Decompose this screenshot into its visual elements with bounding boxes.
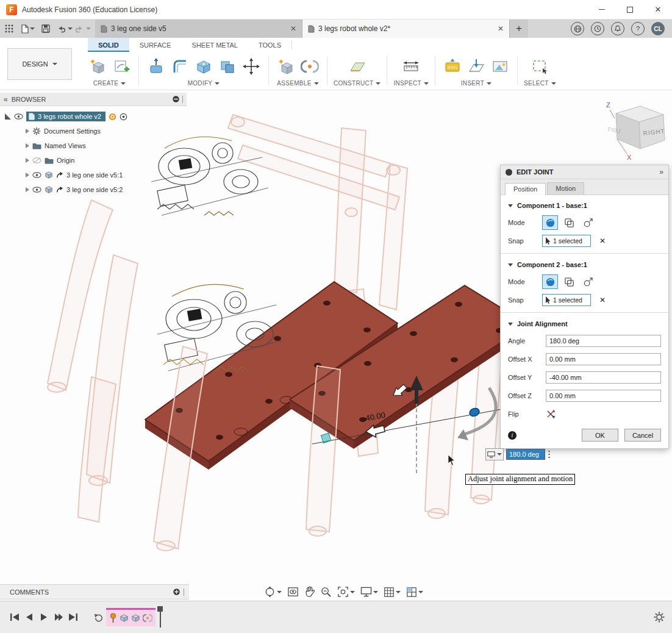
notifications-button[interactable] (611, 22, 624, 35)
redo-button[interactable] (73, 20, 91, 38)
undo-button[interactable] (55, 20, 73, 38)
activate-target-icon[interactable] (120, 113, 127, 121)
browser-item-origin[interactable]: Origin (0, 153, 187, 168)
construct-plane-button[interactable] (346, 55, 368, 78)
timeline-go-end-button[interactable] (66, 610, 80, 624)
zoom-button[interactable] (318, 586, 334, 598)
fillet-button[interactable] (169, 55, 191, 78)
section-component2[interactable]: Component 2 - base:1 (508, 257, 661, 273)
viewcube[interactable]: Z LEFT RIGHT X (600, 98, 668, 163)
section-component1[interactable]: Component 1 - base:1 (508, 198, 661, 213)
model-viewport[interactable]: -40.00 (0, 90, 672, 601)
timeline-step-forward-button[interactable] (51, 610, 66, 624)
profile-avatar[interactable]: CL (651, 22, 665, 35)
section-joint-alignment[interactable]: Joint Alignment (508, 316, 661, 332)
select-button[interactable] (529, 55, 551, 78)
timeline-go-start-button[interactable] (7, 610, 22, 624)
grid-settings-button[interactable] (382, 587, 402, 598)
dialog-expand-icon[interactable]: » (659, 168, 663, 176)
expand-arrow-icon[interactable] (26, 173, 29, 177)
document-tab-active[interactable]: 3 legs robot whole v2* ✕ (302, 20, 510, 38)
timeline-highlighted-range[interactable] (106, 608, 155, 626)
root-document-chip[interactable]: 3 legs robot whole v2 (26, 112, 105, 121)
display-settings-button[interactable] (359, 587, 380, 597)
timeline-step-back-button[interactable] (22, 610, 37, 624)
panel-resize-handle[interactable] (184, 588, 184, 596)
manipulator-display-toggle[interactable] (485, 448, 504, 460)
visibility-eye-icon[interactable] (32, 172, 41, 178)
modify-group-label[interactable]: MODIFY (188, 80, 220, 89)
angle-value-inline-input[interactable]: 180.0 deg (506, 449, 545, 460)
timeline-track[interactable] (90, 607, 163, 628)
expand-arrow-icon[interactable] (26, 187, 29, 192)
joint-feature-icon[interactable] (143, 613, 152, 623)
timeline-position-marker[interactable] (155, 608, 163, 626)
close-button[interactable]: ✕ (644, 0, 672, 19)
visibility-eye-icon[interactable] (14, 113, 23, 120)
ok-button[interactable]: OK (582, 429, 618, 442)
select-group-label[interactable]: SELECT (524, 80, 556, 89)
tab-motion[interactable]: Motion (547, 182, 584, 195)
expand-arrow-icon[interactable] (26, 143, 29, 148)
tab-close-icon[interactable]: ✕ (498, 24, 504, 33)
mode-between-faces-button[interactable] (561, 215, 577, 230)
browser-item-component-2[interactable]: 3 leg one side v5:2 (0, 182, 187, 197)
timeline-settings-button[interactable] (654, 612, 665, 623)
file-menu-button[interactable] (18, 20, 37, 38)
new-tab-button[interactable]: + (510, 20, 528, 38)
drag-dots-icon[interactable] (548, 450, 551, 459)
panel-resize-handle[interactable] (182, 96, 183, 103)
browser-item-component-1[interactable]: 3 leg one side v5:1 (0, 168, 187, 182)
job-status-button[interactable] (591, 22, 604, 35)
create-form-button[interactable] (87, 55, 109, 78)
document-tab-inactive[interactable]: 3 leg one side v5 ✕ (95, 20, 302, 38)
mode-between-faces-button[interactable] (561, 274, 577, 289)
inspect-group-label[interactable]: INSPECT (393, 80, 428, 89)
cancel-button[interactable]: Cancel (624, 429, 661, 442)
visibility-off-eye-icon[interactable] (32, 157, 41, 163)
decal-button[interactable] (489, 55, 511, 78)
web-button[interactable] (571, 22, 584, 35)
component-feature-icon[interactable] (120, 613, 129, 623)
browser-item-document-settings[interactable]: Document Settings (0, 124, 187, 138)
component2-snap-selection[interactable]: 1 selected (542, 294, 591, 306)
viewports-button[interactable] (404, 587, 425, 598)
new-component-button[interactable] (275, 55, 297, 78)
joint-origin-pin-icon[interactable] (109, 613, 117, 623)
offset-x-input[interactable] (546, 353, 661, 365)
app-grid-button[interactable] (0, 20, 18, 38)
create-sketch-button[interactable] (110, 55, 132, 78)
tab-surface[interactable]: SURFACE (129, 38, 182, 52)
pan-button[interactable] (302, 586, 316, 598)
timeline-play-button[interactable] (37, 610, 51, 624)
measure-button[interactable] (400, 55, 422, 78)
browser-root-row[interactable]: 3 legs robot whole v2 (0, 109, 187, 124)
collapse-chevrons-icon[interactable]: « (4, 95, 8, 104)
info-icon[interactable]: i (508, 431, 517, 440)
minimize-button[interactable] (588, 0, 616, 19)
construct-group-label[interactable]: CONSTRUCT (334, 80, 381, 89)
combine-button[interactable] (216, 55, 238, 78)
orbit-button[interactable] (262, 586, 284, 598)
maximize-button[interactable] (616, 0, 644, 19)
expand-arrow-icon[interactable] (26, 129, 29, 134)
tab-solid[interactable]: SOLID (88, 38, 129, 52)
insert-svg-button[interactable]: SVG (441, 55, 463, 78)
help-button[interactable]: ? (631, 22, 645, 35)
timeline-history-item[interactable] (90, 612, 106, 623)
expand-arrow-icon[interactable] (26, 158, 29, 163)
browser-item-named-views[interactable]: Named Views (0, 138, 187, 153)
save-button[interactable] (37, 20, 55, 38)
component1-snap-selection[interactable]: 1 selected (542, 235, 591, 247)
add-comment-icon[interactable] (173, 588, 181, 596)
offset-z-input[interactable] (546, 390, 661, 402)
browser-header[interactable]: « BROWSER (0, 93, 187, 106)
comments-bar[interactable]: COMMENTS (0, 584, 189, 599)
move-copy-button[interactable] (240, 55, 262, 78)
offset-y-input[interactable] (546, 371, 661, 384)
flip-icon[interactable] (546, 409, 556, 419)
assemble-group-label[interactable]: ASSEMBLE (277, 80, 318, 89)
mode-offset-button[interactable] (580, 215, 596, 230)
angle-input[interactable] (546, 335, 661, 347)
joint-button[interactable] (299, 55, 321, 78)
